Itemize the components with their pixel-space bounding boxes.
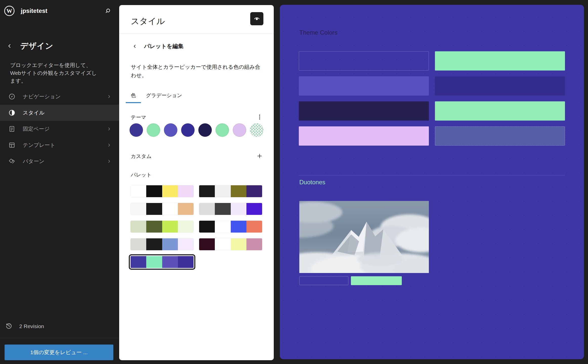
palette-cell: [199, 203, 215, 215]
theme-color-swatch-7[interactable]: [233, 123, 246, 137]
sidebar-item-patterns[interactable]: パターン: [0, 153, 119, 169]
custom-section-header: カスタム: [131, 151, 265, 161]
theme-color-swatch-6[interactable]: [216, 123, 229, 137]
preview-color-swatch-1: [299, 51, 429, 71]
design-title: デザイン: [20, 41, 53, 51]
sidebar-item-label: パターン: [23, 158, 44, 165]
palette-cell: [146, 256, 162, 268]
palette-cell: [178, 221, 194, 233]
sidebar-item-navigation[interactable]: ナビゲーション: [0, 88, 119, 105]
palette-cell: [178, 203, 194, 215]
sidebar-nav: ナビゲーションスタイル固定ページテンプレートパターン: [0, 88, 119, 169]
palette-option-1[interactable]: [131, 185, 194, 197]
palette-cell: [178, 256, 194, 268]
design-description: ブロックエディターを使用して、Webサイトの外観をカスタマイズします。: [10, 61, 99, 85]
palette-cell: [162, 185, 178, 197]
theme-colors-heading: Theme Colors: [299, 29, 338, 36]
duotone-swatch-1: [299, 276, 348, 285]
palette-cell: [131, 238, 146, 250]
theme-colors-grid: [299, 51, 588, 146]
wordpress-logo-icon[interactable]: W: [4, 6, 15, 16]
palette-cell: [231, 185, 246, 197]
palette-cell: [246, 221, 262, 233]
theme-section-label: テーマ: [131, 114, 146, 121]
history-clock-icon: [5, 322, 13, 331]
theme-color-swatch-3[interactable]: [164, 123, 177, 137]
chevron-left-icon[interactable]: [130, 42, 139, 51]
sidebar-item-label: ナビゲーション: [23, 93, 61, 100]
theme-color-swatch-2[interactable]: [147, 123, 160, 137]
theme-color-swatch-4[interactable]: [181, 123, 195, 137]
tab-gradient[interactable]: グラデーション: [141, 88, 187, 103]
palette-section-label: パレット: [131, 171, 152, 178]
theme-color-swatch-8[interactable]: [250, 123, 263, 137]
palette-cell: [246, 203, 262, 215]
palette-cell: [246, 238, 262, 250]
tab-color[interactable]: 色: [126, 88, 141, 103]
theme-color-swatch-1[interactable]: [130, 123, 143, 137]
custom-section-label: カスタム: [131, 153, 152, 160]
eye-icon: [253, 15, 261, 23]
palette-cell: [215, 203, 230, 215]
preview-color-swatch-6: [435, 101, 565, 121]
chevron-right-icon: [106, 142, 112, 148]
chevron-right-icon: [106, 94, 112, 99]
palette-cell: [199, 238, 215, 250]
site-title: jpsitetest: [21, 7, 47, 14]
palette-cell: [199, 221, 215, 233]
palette-cell: [146, 203, 162, 215]
theme-section-header: テーマ: [131, 112, 265, 122]
duotone-swatch-2: [351, 276, 402, 285]
sidebar-item-label: スタイル: [23, 109, 45, 116]
sidebar-item-styles[interactable]: スタイル: [0, 105, 119, 121]
preview-color-swatch-7: [299, 126, 429, 146]
palette-cell: [162, 238, 178, 250]
palette-cell: [215, 185, 230, 197]
palette-cell: [231, 238, 246, 250]
sidebar-item-templates[interactable]: テンプレート: [0, 137, 119, 153]
pattern-icon: [8, 157, 16, 165]
palette-option-9-selected[interactable]: [129, 254, 195, 270]
palette-option-4[interactable]: [199, 203, 262, 215]
sidebar-item-pages[interactable]: 固定ページ: [0, 121, 119, 137]
design-back-row: デザイン: [4, 38, 115, 54]
plus-icon: [256, 152, 263, 160]
palette-cell: [131, 221, 146, 233]
palette-option-5[interactable]: [131, 221, 194, 233]
style-book-button[interactable]: [250, 12, 263, 25]
chevron-left-icon[interactable]: [4, 40, 15, 52]
palette-option-7[interactable]: [131, 238, 194, 250]
preview-color-swatch-4: [435, 76, 565, 96]
chevron-right-icon: [106, 126, 112, 132]
palette-cell: [162, 221, 178, 233]
palette-description: サイト全体とカラーピッカーで使用される色の組み合わせ。: [131, 63, 263, 79]
palette-cell: [131, 185, 146, 197]
palette-cell: [199, 185, 215, 197]
palette-option-2[interactable]: [199, 185, 262, 197]
add-custom-color-button[interactable]: [255, 151, 265, 161]
palette-cell: [146, 221, 162, 233]
page-icon: [8, 125, 16, 133]
review-changes-button[interactable]: 1個の変更をレビュー ...: [5, 345, 113, 360]
sidebar-divider: [0, 338, 119, 338]
palette-cell: [146, 185, 162, 197]
palette-option-3[interactable]: [131, 203, 194, 215]
sidebar-item-label: テンプレート: [23, 142, 55, 149]
sidebar-item-label: 固定ページ: [23, 125, 50, 132]
styles-panel: スタイル パレットを編集 サイト全体とカラーピッカーで使用される色の組み合わせ。…: [119, 5, 274, 360]
styles-icon: [8, 109, 16, 117]
preview-divider: [299, 175, 565, 175]
palette-option-6[interactable]: [199, 221, 262, 233]
palette-cell: [246, 185, 262, 197]
palette-cell: [215, 221, 230, 233]
revisions-row[interactable]: 2 Revision: [5, 319, 115, 334]
preview-color-swatch-8: [435, 126, 565, 146]
theme-color-swatches: [130, 123, 263, 137]
theme-options-button[interactable]: [255, 112, 265, 122]
theme-color-swatch-5[interactable]: [198, 123, 212, 137]
palette-cell: [231, 221, 246, 233]
search-icon[interactable]: [102, 5, 113, 16]
sidebar: W jpsitetest デザイン ブロックエディターを使用して、Webサイトの…: [0, 0, 119, 364]
palette-option-8[interactable]: [199, 238, 262, 250]
panel-title: スタイル: [131, 16, 165, 27]
